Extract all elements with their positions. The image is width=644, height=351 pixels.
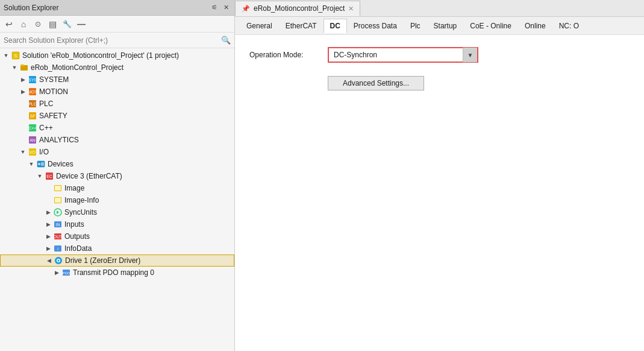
svg-text:C++: C++ [28, 126, 36, 130]
tree-label-devices: Devices [48, 160, 73, 168]
tree-item-io[interactable]: ▼I/OI/O [0, 146, 234, 158]
close-icon[interactable]: ✕ [221, 3, 231, 13]
tree-item-devices[interactable]: ▼Devices [0, 158, 234, 170]
dropdown-arrow-icon[interactable]: ▼ [463, 48, 477, 62]
tree-item-outputs[interactable]: ▶OUTOutputs [0, 230, 234, 242]
search-icon: 🔍 [221, 36, 231, 45]
solution-explorer: Solution Explorer ⚟ ✕ ↩ ⌂ ⊙ ▤ 🔧 — 🔍 ▼SSo… [0, 0, 235, 351]
tree-label-solution: Solution 'eRob_Motioncontrol_Project' (1… [22, 51, 179, 60]
svg-text:OUT: OUT [54, 235, 62, 239]
se-search-bar: 🔍 [0, 33, 234, 48]
tree-item-inputs[interactable]: ▶INInputs [0, 218, 234, 230]
tree-label-plc: PLC [39, 100, 53, 108]
tree-label-io: I/O [39, 148, 49, 156]
doc-tab-close[interactable]: ✕ [348, 5, 354, 13]
operation-mode-label: Operation Mode: [249, 51, 316, 59]
svg-text:SYS: SYS [28, 78, 37, 82]
svg-text:I/O: I/O [30, 150, 36, 155]
tree-icon-plc: PLC [28, 99, 37, 109]
expand-icon-infodata[interactable]: ▶ [43, 244, 53, 253]
expand-icon-system[interactable]: ▶ [18, 75, 28, 84]
tree-label-image: Image [64, 184, 84, 192]
tree-item-solution[interactable]: ▼SSolution 'eRob_Motioncontrol_Project' … [0, 49, 234, 62]
tree-icon-system: SYS [28, 75, 37, 84]
tab-general[interactable]: General [240, 19, 279, 33]
advanced-settings-row: Advanced Settings... [249, 71, 630, 90]
search-input[interactable] [4, 36, 219, 45]
tree-icon-imageinfo [53, 195, 63, 205]
se-titlebar: Solution Explorer ⚟ ✕ [0, 0, 234, 16]
expand-icon-project[interactable]: ▼ [10, 63, 19, 72]
minus-button[interactable]: — [75, 17, 88, 31]
expand-icon-io[interactable]: ▼ [18, 147, 28, 157]
svg-rect-20 [41, 162, 44, 166]
tree-icon-infodata: i [53, 244, 63, 253]
tree-item-cpp[interactable]: C++C++ [0, 122, 234, 134]
tab-nc[interactable]: NC: O [552, 19, 586, 33]
tree-icon-motion: MOT [28, 87, 37, 96]
expand-icon-drive1[interactable]: ◀ [44, 256, 54, 265]
advanced-settings-button[interactable]: Advanced Settings... [328, 76, 424, 90]
tree-icon-outputs: OUT [53, 232, 63, 241]
tab-coe_online[interactable]: CoE - Online [463, 19, 518, 33]
tree-item-device3[interactable]: ▼ECDevice 3 (EtherCAT) [0, 170, 234, 182]
expand-icon-device3[interactable]: ▼ [35, 171, 45, 181]
tab-dc[interactable]: DC [324, 19, 347, 33]
expand-icon-devices[interactable]: ▼ [27, 159, 36, 169]
expand-icon-pdo0[interactable]: ▶ [52, 268, 61, 277]
tab-process_data[interactable]: Process Data [347, 19, 404, 33]
svg-rect-24 [55, 186, 61, 191]
svg-text:SF: SF [30, 114, 36, 118]
svg-text:PDO: PDO [62, 271, 70, 275]
tree-item-motion[interactable]: ▶MOTMOTION [0, 86, 234, 98]
tree-label-infodata: InfoData [64, 244, 92, 253]
tree-item-syncunits[interactable]: ▶SyncUnits [0, 206, 234, 218]
tree-item-infodata[interactable]: ▶iInfoData [0, 242, 234, 255]
expand-icon-outputs[interactable]: ▶ [43, 232, 53, 241]
tree-item-pdo0[interactable]: ▶PDOTransmit PDO mapping 0 [0, 267, 234, 279]
pin-icon[interactable]: ⚟ [210, 3, 219, 13]
tools-button[interactable]: 🔧 [60, 17, 73, 31]
expand-icon-solution[interactable]: ▼ [1, 51, 11, 60]
tree-label-inputs: Inputs [64, 220, 84, 229]
svg-text:AN: AN [30, 138, 36, 142]
settings-button[interactable]: ⊙ [31, 17, 45, 31]
tree-item-analytics[interactable]: ANANALYTICS [0, 134, 234, 146]
tree-icon-device3: EC [45, 171, 54, 181]
tree-item-safety[interactable]: SFSAFETY [0, 110, 234, 122]
tab-ethercat[interactable]: EtherCAT [279, 19, 324, 33]
tree-icon-cpp: C++ [28, 123, 37, 133]
tree-label-analytics: ANALYTICS [39, 136, 79, 144]
expand-icon-syncunits[interactable]: ▶ [43, 207, 53, 217]
tree-item-plc[interactable]: PLCPLC [0, 98, 234, 110]
tab-online[interactable]: Online [518, 19, 552, 33]
doc-tab[interactable]: 📌 eRob_Motioncontrol_Project ✕ [235, 1, 360, 16]
operation-mode-dropdown[interactable]: DC-Synchron ▼ [328, 47, 478, 63]
svg-point-19 [38, 163, 40, 165]
tree-item-project[interactable]: ▼eRob_MotionControl_Project [0, 62, 234, 74]
expand-icon-inputs[interactable]: ▶ [43, 220, 53, 229]
main-panel: 📌 eRob_Motioncontrol_Project ✕ GeneralEt… [235, 0, 644, 351]
operation-mode-row: Operation Mode: DC-Synchron ▼ [249, 47, 630, 63]
tree-item-imageinfo[interactable]: Image-Info [0, 194, 234, 206]
tree-label-project: eRob_MotionControl_Project [31, 63, 123, 72]
tree-icon-devices [36, 159, 46, 169]
svg-text:IN: IN [56, 223, 60, 227]
tab-startup[interactable]: Startup [427, 19, 464, 33]
tree-icon-image [53, 183, 63, 193]
tree-label-outputs: Outputs [64, 232, 90, 241]
expand-icon-motion[interactable]: ▶ [18, 87, 28, 96]
tab-pin-icon: 📌 [242, 5, 250, 13]
tree-icon-pdo0: PDO [61, 268, 71, 277]
tree-icon-solution: S [11, 51, 20, 60]
tree-item-image[interactable]: Image [0, 182, 234, 194]
home-button[interactable]: ⌂ [17, 17, 30, 31]
se-tree: ▼SSolution 'eRob_Motioncontrol_Project' … [0, 48, 234, 351]
back-button[interactable]: ↩ [2, 17, 16, 31]
svg-text:S: S [14, 53, 17, 58]
tab-plc[interactable]: Plc [404, 19, 427, 33]
tree-item-system[interactable]: ▶SYSSYSTEM [0, 74, 234, 86]
tree-item-drive1[interactable]: ◀Drive 1 (ZeroErr Driver) [0, 255, 234, 267]
tree-label-drive1: Drive 1 (ZeroErr Driver) [65, 256, 140, 265]
filter-button[interactable]: ▤ [46, 17, 59, 31]
